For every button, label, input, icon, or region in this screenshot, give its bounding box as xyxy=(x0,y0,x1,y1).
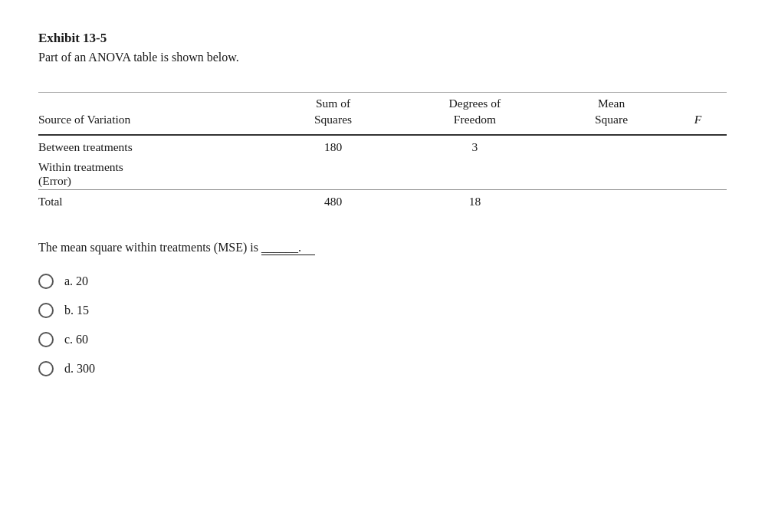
option-d-label: d. 300 xyxy=(64,362,95,376)
cell-ms-between xyxy=(553,135,669,159)
cell-f-between xyxy=(669,135,727,159)
table-row-total: Total 480 18 xyxy=(38,189,727,213)
radio-d[interactable] xyxy=(38,361,54,376)
option-b[interactable]: b. 15 xyxy=(38,303,727,318)
cell-ss-total: 480 xyxy=(270,189,396,213)
cell-source-between: Between treatments xyxy=(38,135,270,159)
cell-ms-total xyxy=(553,189,669,213)
table-row-within: Within treatments(Error) xyxy=(38,159,727,190)
cell-df-total: 18 xyxy=(396,189,554,213)
cell-source-within: Within treatments(Error) xyxy=(38,159,270,190)
col-header-sum-of-squares: Sum of Squares xyxy=(270,93,396,135)
question-text: The mean square within treatments (MSE) … xyxy=(38,241,727,255)
col-header-degrees-of-freedom: Degrees of Freedom xyxy=(396,93,554,135)
cell-f-total xyxy=(669,189,727,213)
cell-source-total: Total xyxy=(38,189,270,213)
cell-df-between: 3 xyxy=(396,135,554,159)
col-header-mean-square: Mean Square xyxy=(553,93,669,135)
cell-df-within xyxy=(396,159,554,190)
exhibit-title: Exhibit 13-5 xyxy=(38,31,727,46)
cell-f-within xyxy=(669,159,727,190)
option-a-label: a. 20 xyxy=(64,274,88,288)
exhibit-description: Part of an ANOVA table is shown below. xyxy=(38,51,727,64)
table-row-between: Between treatments 180 3 xyxy=(38,135,727,159)
option-a[interactable]: a. 20 xyxy=(38,274,727,289)
option-d[interactable]: d. 300 xyxy=(38,361,727,376)
col-header-f: F xyxy=(669,93,727,135)
option-c[interactable]: c. 60 xyxy=(38,332,727,347)
radio-b[interactable] xyxy=(38,303,54,318)
anova-table: Source of Variation Sum of Squares Degre… xyxy=(38,92,727,213)
option-b-label: b. 15 xyxy=(64,304,89,317)
option-c-label: c. 60 xyxy=(64,333,88,346)
radio-a[interactable] xyxy=(38,274,54,289)
cell-ss-within xyxy=(270,159,396,190)
col-header-source: Source of Variation xyxy=(38,93,270,135)
radio-c[interactable] xyxy=(38,332,54,347)
cell-ms-within xyxy=(553,159,669,190)
answer-options: a. 20 b. 15 c. 60 d. 300 xyxy=(38,274,727,376)
cell-ss-between: 180 xyxy=(270,135,396,159)
